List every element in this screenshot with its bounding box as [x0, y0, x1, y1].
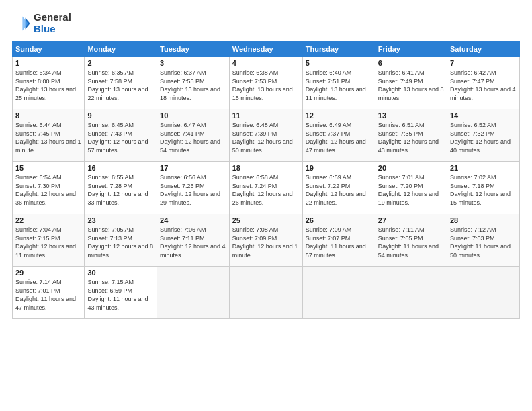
svg-marker-1	[22, 16, 28, 30]
calendar-row-3: 15Sunrise: 6:54 AMSunset: 7:30 PMDayligh…	[13, 162, 520, 214]
weekday-header-wednesday: Wednesday	[229, 42, 302, 57]
calendar: SundayMondayTuesdayWednesdayThursdayFrid…	[12, 41, 520, 319]
calendar-cell-19: 19Sunrise: 6:59 AMSunset: 7:22 PMDayligh…	[302, 162, 375, 214]
calendar-cell-21: 21Sunrise: 7:02 AMSunset: 7:18 PMDayligh…	[447, 162, 519, 214]
calendar-cell-3: 3Sunrise: 6:37 AMSunset: 7:55 PMDaylight…	[157, 57, 230, 109]
calendar-cell-empty	[157, 267, 230, 319]
calendar-cell-15: 15Sunrise: 6:54 AMSunset: 7:30 PMDayligh…	[13, 162, 85, 214]
weekday-header-row: SundayMondayTuesdayWednesdayThursdayFrid…	[13, 42, 520, 57]
calendar-cell-14: 14Sunrise: 6:52 AMSunset: 7:32 PMDayligh…	[447, 109, 519, 162]
calendar-cell-13: 13Sunrise: 6:51 AMSunset: 7:35 PMDayligh…	[375, 109, 447, 162]
calendar-cell-4: 4Sunrise: 6:38 AMSunset: 7:53 PMDaylight…	[229, 57, 302, 109]
calendar-cell-24: 24Sunrise: 7:06 AMSunset: 7:11 PMDayligh…	[157, 214, 230, 267]
weekday-header-sunday: Sunday	[13, 42, 85, 57]
calendar-cell-29: 29Sunrise: 7:14 AMSunset: 7:01 PMDayligh…	[13, 267, 85, 319]
calendar-cell-9: 9Sunrise: 6:45 AMSunset: 7:43 PMDaylight…	[85, 109, 157, 162]
calendar-cell-empty	[302, 267, 375, 319]
calendar-cell-11: 11Sunrise: 6:48 AMSunset: 7:39 PMDayligh…	[229, 109, 302, 162]
calendar-cell-26: 26Sunrise: 7:09 AMSunset: 7:07 PMDayligh…	[302, 214, 375, 267]
calendar-cell-7: 7Sunrise: 6:42 AMSunset: 7:47 PMDaylight…	[447, 57, 519, 109]
calendar-cell-1: 1Sunrise: 6:34 AMSunset: 8:00 PMDaylight…	[13, 57, 85, 109]
calendar-cell-17: 17Sunrise: 6:56 AMSunset: 7:26 PMDayligh…	[157, 162, 230, 214]
logo: General Blue	[12, 12, 71, 34]
calendar-cell-28: 28Sunrise: 7:12 AMSunset: 7:03 PMDayligh…	[447, 214, 519, 267]
header: General Blue	[12, 12, 520, 34]
logo-text: General Blue	[34, 12, 71, 34]
calendar-cell-empty	[375, 267, 447, 319]
calendar-cell-empty	[229, 267, 302, 319]
calendar-cell-30: 30Sunrise: 7:15 AMSunset: 6:59 PMDayligh…	[85, 267, 157, 319]
weekday-header-thursday: Thursday	[302, 42, 375, 57]
weekday-header-saturday: Saturday	[447, 42, 519, 57]
calendar-row-4: 22Sunrise: 7:04 AMSunset: 7:15 PMDayligh…	[13, 214, 520, 267]
calendar-cell-27: 27Sunrise: 7:11 AMSunset: 7:05 PMDayligh…	[375, 214, 447, 267]
calendar-cell-22: 22Sunrise: 7:04 AMSunset: 7:15 PMDayligh…	[13, 214, 85, 267]
calendar-cell-18: 18Sunrise: 6:58 AMSunset: 7:24 PMDayligh…	[229, 162, 302, 214]
calendar-row-1: 1Sunrise: 6:34 AMSunset: 8:00 PMDaylight…	[13, 57, 520, 109]
calendar-cell-12: 12Sunrise: 6:49 AMSunset: 7:37 PMDayligh…	[302, 109, 375, 162]
calendar-cell-23: 23Sunrise: 7:05 AMSunset: 7:13 PMDayligh…	[85, 214, 157, 267]
calendar-cell-6: 6Sunrise: 6:41 AMSunset: 7:49 PMDaylight…	[375, 57, 447, 109]
calendar-cell-2: 2Sunrise: 6:35 AMSunset: 7:58 PMDaylight…	[85, 57, 157, 109]
calendar-row-2: 8Sunrise: 6:44 AMSunset: 7:45 PMDaylight…	[13, 109, 520, 162]
calendar-cell-20: 20Sunrise: 7:01 AMSunset: 7:20 PMDayligh…	[375, 162, 447, 214]
calendar-cell-16: 16Sunrise: 6:55 AMSunset: 7:28 PMDayligh…	[85, 162, 157, 214]
calendar-cell-5: 5Sunrise: 6:40 AMSunset: 7:51 PMDaylight…	[302, 57, 375, 109]
calendar-cell-8: 8Sunrise: 6:44 AMSunset: 7:45 PMDaylight…	[13, 109, 85, 162]
logo-icon	[12, 14, 31, 33]
calendar-row-5: 29Sunrise: 7:14 AMSunset: 7:01 PMDayligh…	[13, 267, 520, 319]
calendar-cell-25: 25Sunrise: 7:08 AMSunset: 7:09 PMDayligh…	[229, 214, 302, 267]
weekday-header-monday: Monday	[85, 42, 157, 57]
weekday-header-tuesday: Tuesday	[157, 42, 230, 57]
weekday-header-friday: Friday	[375, 42, 447, 57]
calendar-cell-empty	[447, 267, 519, 319]
page: General Blue SundayMondayTuesdayWednesda…	[0, 0, 532, 411]
calendar-cell-10: 10Sunrise: 6:47 AMSunset: 7:41 PMDayligh…	[157, 109, 230, 162]
